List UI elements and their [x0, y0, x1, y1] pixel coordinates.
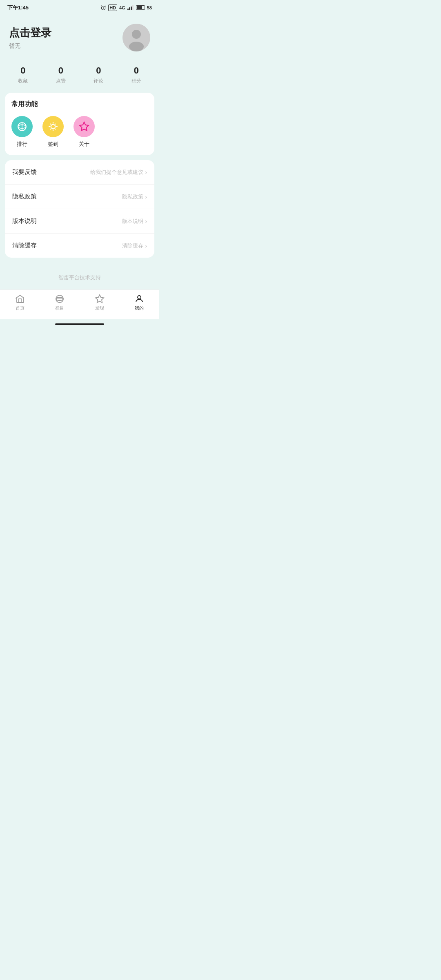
svg-rect-2	[129, 7, 130, 10]
svg-rect-4	[132, 5, 134, 10]
menu-privacy-right: 隐私政策 ›	[122, 193, 147, 200]
battery-level: 58	[147, 5, 152, 10]
menu-clear-cache[interactable]: 清除缓存 清除缓存 ›	[5, 234, 154, 258]
alarm-icon	[100, 5, 106, 11]
profile-section: 点击登录 暂无	[0, 14, 159, 60]
nav-home[interactable]: 首页	[8, 294, 32, 311]
nav-columns[interactable]: 栏目	[47, 294, 72, 311]
func-about[interactable]: 关于	[74, 116, 95, 148]
common-functions-card: 常用功能 排行	[5, 93, 154, 155]
stat-label-3: 积分	[131, 78, 141, 85]
home-icon	[15, 294, 25, 304]
nav-profile-label: 我的	[135, 305, 144, 311]
func-grid: 排行 签到 关于	[11, 116, 148, 148]
menu-clear-cache-hint: 清除缓存	[122, 242, 143, 249]
profile-nav-icon	[134, 294, 144, 304]
svg-marker-21	[96, 295, 104, 303]
menu-clear-cache-right: 清除缓存 ›	[122, 242, 147, 249]
home-indicator	[0, 319, 159, 328]
stat-likes[interactable]: 0 点赞	[56, 65, 66, 85]
network-label: 4G	[119, 5, 125, 10]
status-bar: 下午1:45 HD 4G 58	[0, 0, 159, 14]
ranking-icon-bg	[11, 116, 33, 137]
menu-clear-cache-label: 清除缓存	[12, 242, 37, 249]
profile-info[interactable]: 点击登录 暂无	[9, 26, 51, 50]
signal-icon	[127, 5, 134, 10]
svg-point-7	[129, 42, 144, 51]
status-right: HD 4G 58	[100, 4, 152, 11]
chevron-icon-cache: ›	[145, 243, 147, 249]
menu-version-right: 版本说明 ›	[122, 218, 147, 225]
menu-feedback-label: 我要反馈	[12, 168, 37, 176]
discover-icon	[95, 294, 105, 304]
func-checkin[interactable]: 签到	[42, 116, 64, 148]
columns-icon	[55, 294, 65, 304]
menu-privacy-hint: 隐私政策	[122, 193, 143, 200]
menu-feedback[interactable]: 我要反馈 给我们提个意见或建议 ›	[5, 160, 154, 185]
svg-rect-3	[131, 7, 132, 10]
bottom-nav: 首页 栏目 发现 我的	[0, 290, 159, 319]
stat-favorites[interactable]: 0 收藏	[18, 65, 28, 85]
checkin-label: 签到	[48, 140, 58, 148]
ranking-label: 排行	[17, 140, 27, 148]
profile-sub: 暂无	[9, 42, 51, 50]
menu-privacy-label: 隐私政策	[12, 193, 37, 200]
svg-point-11	[21, 124, 22, 125]
footer-label: 智蛋平台技术支持	[58, 274, 101, 281]
stat-num-0: 0	[20, 65, 25, 76]
func-ranking[interactable]: 排行	[11, 116, 33, 148]
menu-card: 我要反馈 给我们提个意见或建议 › 隐私政策 隐私政策 › 版本说明 版本说明 …	[5, 160, 154, 258]
checkin-icon-bg	[42, 116, 64, 137]
stats-row: 0 收藏 0 点赞 0 评论 0 积分	[0, 60, 159, 93]
svg-point-12	[51, 125, 56, 129]
menu-privacy[interactable]: 隐私政策 隐私政策 ›	[5, 185, 154, 209]
login-text[interactable]: 点击登录	[9, 26, 51, 40]
chevron-icon-feedback: ›	[145, 169, 147, 176]
stat-num-1: 0	[58, 65, 63, 76]
about-icon	[79, 121, 89, 132]
svg-point-22	[138, 296, 141, 299]
checkin-icon	[48, 121, 58, 132]
chevron-icon-privacy: ›	[145, 194, 147, 200]
menu-feedback-right: 给我们提个意见或建议 ›	[90, 169, 147, 176]
common-functions-title: 常用功能	[11, 100, 148, 109]
menu-version[interactable]: 版本说明 版本说明 ›	[5, 209, 154, 234]
svg-rect-1	[127, 9, 129, 10]
hd-badge: HD	[108, 4, 117, 11]
stat-label-0: 收藏	[18, 78, 28, 85]
chevron-icon-version: ›	[145, 218, 147, 225]
about-icon-bg	[74, 116, 95, 137]
stat-num-2: 0	[96, 65, 101, 76]
battery-icon	[136, 5, 145, 10]
menu-version-hint: 版本说明	[122, 218, 143, 225]
stat-label-2: 评论	[94, 78, 103, 85]
nav-profile[interactable]: 我的	[127, 294, 151, 311]
menu-version-label: 版本说明	[12, 217, 37, 225]
footer-text: 智蛋平台技术支持	[0, 263, 159, 290]
nav-discover-label: 发现	[95, 305, 104, 311]
about-label: 关于	[79, 140, 89, 148]
svg-marker-17	[80, 122, 89, 131]
stat-num-3: 0	[134, 65, 139, 76]
status-time: 下午1:45	[7, 4, 29, 11]
home-indicator-bar	[55, 323, 104, 325]
menu-feedback-hint: 给我们提个意见或建议	[90, 169, 143, 176]
stat-points[interactable]: 0 积分	[131, 65, 141, 85]
avatar[interactable]	[122, 24, 150, 51]
nav-columns-label: 栏目	[55, 305, 64, 311]
stat-label-1: 点赞	[56, 78, 66, 85]
stat-comments[interactable]: 0 评论	[94, 65, 103, 85]
nav-home-label: 首页	[16, 305, 24, 311]
ranking-icon	[17, 121, 27, 132]
svg-point-6	[132, 30, 141, 39]
nav-discover[interactable]: 发现	[87, 294, 112, 311]
